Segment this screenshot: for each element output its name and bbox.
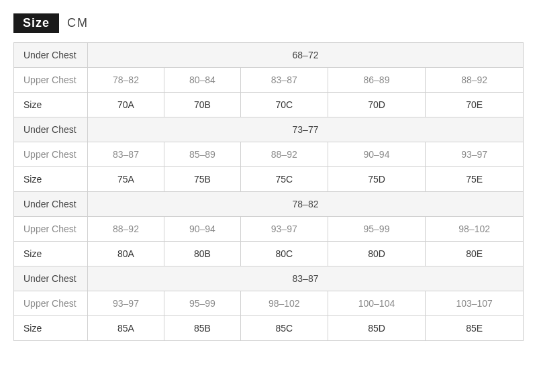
- upper-chest-cell: 80–84: [164, 68, 240, 93]
- upper-chest-cell: 103–107: [426, 291, 524, 316]
- upper-chest-cell: 98–102: [426, 217, 524, 242]
- size-cell: 75E: [426, 167, 524, 192]
- under-chest-row: Under Chest83–87: [14, 266, 524, 291]
- upper-chest-cell: 100–104: [328, 291, 426, 316]
- upper-chest-label: Upper Chest: [14, 291, 88, 316]
- size-row: Size75A75B75C75D75E: [14, 167, 524, 192]
- size-cell: 85E: [426, 316, 524, 341]
- upper-chest-label: Upper Chest: [14, 142, 88, 167]
- under-chest-row: Under Chest73–77: [14, 117, 524, 142]
- size-cell: 70E: [426, 93, 524, 117]
- size-cell: 75D: [328, 167, 426, 192]
- size-cell: 70A: [88, 93, 164, 117]
- size-cell: 85D: [328, 316, 426, 341]
- under-chest-label: Under Chest: [14, 266, 88, 291]
- upper-chest-cell: 95–99: [164, 291, 240, 316]
- upper-chest-cell: 78–82: [88, 68, 164, 93]
- under-chest-label: Under Chest: [14, 192, 88, 217]
- size-cell: 85A: [88, 316, 164, 341]
- under-chest-value: 73–77: [88, 117, 524, 142]
- upper-chest-row: Upper Chest93–9795–9998–102100–104103–10…: [14, 291, 524, 316]
- size-cell: 80E: [426, 242, 524, 266]
- upper-chest-cell: 93–97: [88, 291, 164, 316]
- unit-label: CM: [67, 16, 89, 30]
- upper-chest-cell: 95–99: [328, 217, 426, 242]
- upper-chest-row: Upper Chest88–9290–9493–9795–9998–102: [14, 217, 524, 242]
- under-chest-value: 78–82: [88, 192, 524, 217]
- size-row: Size85A85B85C85D85E: [14, 316, 524, 341]
- size-row: Size70A70B70C70D70E: [14, 93, 524, 117]
- size-cell: 70B: [164, 93, 240, 117]
- size-cell: 75A: [88, 167, 164, 192]
- size-cell: 70C: [240, 93, 328, 117]
- size-cell: 85B: [164, 316, 240, 341]
- upper-chest-cell: 85–89: [164, 142, 240, 167]
- size-label-cell: Size: [14, 167, 88, 192]
- size-cell: 85C: [240, 316, 328, 341]
- size-cell: 75C: [240, 167, 328, 192]
- upper-chest-cell: 83–87: [240, 68, 328, 93]
- upper-chest-cell: 93–97: [240, 217, 328, 242]
- under-chest-row: Under Chest68–72: [14, 43, 524, 68]
- under-chest-row: Under Chest78–82: [14, 192, 524, 217]
- upper-chest-label: Upper Chest: [14, 217, 88, 242]
- upper-chest-cell: 98–102: [240, 291, 328, 316]
- upper-chest-cell: 86–89: [328, 68, 426, 93]
- under-chest-value: 83–87: [88, 266, 524, 291]
- size-cell: 70D: [328, 93, 426, 117]
- under-chest-value: 68–72: [88, 43, 524, 68]
- under-chest-label: Under Chest: [14, 117, 88, 142]
- upper-chest-cell: 93–97: [426, 142, 524, 167]
- size-chart-container: Size CM Under Chest68–72Upper Chest78–82…: [13, 13, 524, 341]
- upper-chest-cell: 88–92: [240, 142, 328, 167]
- size-cell: 80D: [328, 242, 426, 266]
- size-table: Under Chest68–72Upper Chest78–8280–8483–…: [13, 42, 524, 341]
- upper-chest-cell: 90–94: [164, 217, 240, 242]
- upper-chest-cell: 88–92: [426, 68, 524, 93]
- upper-chest-row: Upper Chest83–8785–8988–9290–9493–97: [14, 142, 524, 167]
- under-chest-label: Under Chest: [14, 43, 88, 68]
- size-cell: 80B: [164, 242, 240, 266]
- size-label: Size: [13, 13, 59, 33]
- upper-chest-cell: 90–94: [328, 142, 426, 167]
- upper-chest-label: Upper Chest: [14, 68, 88, 93]
- upper-chest-cell: 88–92: [88, 217, 164, 242]
- size-label-cell: Size: [14, 242, 88, 266]
- chart-header: Size CM: [13, 13, 524, 33]
- size-label-cell: Size: [14, 93, 88, 117]
- size-cell: 80A: [88, 242, 164, 266]
- upper-chest-row: Upper Chest78–8280–8483–8786–8988–92: [14, 68, 524, 93]
- size-cell: 80C: [240, 242, 328, 266]
- size-row: Size80A80B80C80D80E: [14, 242, 524, 266]
- size-cell: 75B: [164, 167, 240, 192]
- upper-chest-cell: 83–87: [88, 142, 164, 167]
- size-label-cell: Size: [14, 316, 88, 341]
